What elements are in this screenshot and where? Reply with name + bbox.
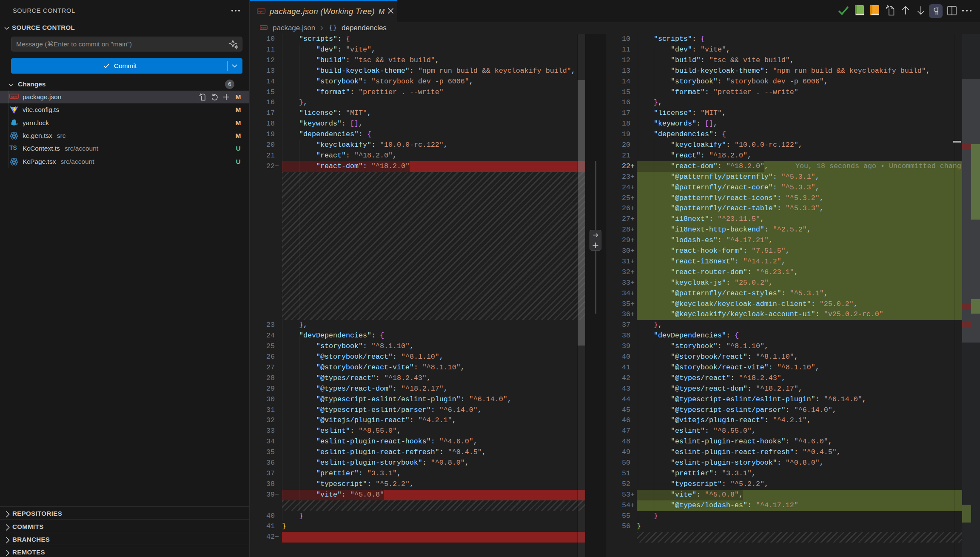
svg-text:npm: npm bbox=[11, 95, 17, 99]
svg-text:npm: npm bbox=[261, 26, 267, 29]
svg-text:npm: npm bbox=[258, 10, 264, 13]
